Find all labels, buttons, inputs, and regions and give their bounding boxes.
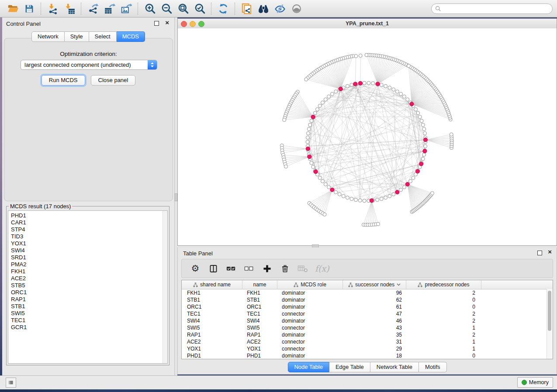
mcds-result-item[interactable]: TID3 (8, 233, 167, 240)
graph-node[interactable] (421, 123, 425, 127)
graph-node[interactable] (363, 199, 366, 203)
graph-node[interactable] (310, 161, 313, 165)
graph-node[interactable] (334, 190, 338, 194)
table-cell[interactable]: PHD1 (242, 353, 277, 359)
table-cell[interactable]: dominator (277, 304, 343, 310)
search-network-icon[interactable] (255, 1, 272, 16)
table-cell[interactable]: dominator (277, 332, 343, 338)
network-graph[interactable] (178, 28, 557, 245)
graph-dominator-node[interactable] (423, 149, 427, 153)
graph-node[interactable] (324, 98, 327, 101)
mcds-result-item[interactable]: SWI4 (8, 247, 167, 254)
delete-table-icon[interactable] (297, 263, 308, 274)
graph-node[interactable] (418, 115, 422, 119)
table-cell[interactable]: 1 (406, 339, 481, 345)
graph-dominator-node[interactable] (370, 199, 374, 203)
graph-dominator-node[interactable] (353, 82, 357, 86)
graph-node[interactable] (402, 95, 406, 98)
table-cell[interactable]: ACE2 (182, 339, 242, 345)
graph-dominator-node[interactable] (405, 182, 409, 186)
graph-node[interactable] (346, 196, 349, 199)
tab-motifs[interactable]: Motifs (419, 362, 447, 372)
table-cell[interactable]: 0 (406, 353, 481, 359)
table-cell[interactable]: ORC1 (182, 304, 242, 310)
graph-node[interactable] (321, 101, 324, 104)
graph-leaf-node[interactable] (354, 54, 358, 58)
table-cell[interactable]: 96 (343, 290, 406, 296)
column-header-shared-name[interactable]: shared name (182, 280, 242, 289)
graph-leaf-node[interactable] (359, 54, 362, 57)
mcds-result-item[interactable]: RAP1 (8, 296, 167, 303)
table-cell[interactable]: dominator (277, 290, 343, 296)
graph-leaf-node[interactable] (431, 192, 434, 195)
graph-node[interactable] (350, 197, 353, 201)
open-file-icon[interactable] (4, 1, 21, 16)
graph-node[interactable] (422, 153, 426, 156)
graph-node[interactable] (424, 144, 427, 148)
graph-node[interactable] (367, 81, 370, 85)
graph-node[interactable] (338, 193, 341, 196)
graph-node[interactable] (380, 83, 383, 86)
graph-dominator-node[interactable] (308, 155, 311, 158)
network-file-icon[interactable] (239, 1, 255, 16)
split-panel-icon[interactable] (208, 263, 219, 274)
graph-node[interactable] (388, 86, 391, 89)
table-cell[interactable]: STB1 (242, 297, 277, 303)
table-cell[interactable]: 62 (343, 297, 406, 303)
graph-node[interactable] (371, 82, 375, 85)
mcds-result-item[interactable]: TEC1 (8, 317, 167, 324)
run-mcds-button[interactable]: Run MCDS (42, 75, 85, 86)
graph-node[interactable] (422, 127, 426, 131)
table-row[interactable]: SWI4SWI4dominator462 (182, 317, 553, 324)
graph-dominator-node[interactable] (415, 169, 419, 173)
table-cell[interactable]: 2 (406, 332, 481, 338)
column-header-successor-nodes[interactable]: successor nodes (343, 280, 406, 289)
tab-network-table[interactable]: Network Table (370, 362, 419, 372)
table-cell[interactable]: SWI5 (182, 325, 242, 331)
table-cell[interactable]: TEC1 (182, 311, 242, 317)
mcds-result-item[interactable]: GCR1 (8, 324, 167, 331)
graph-node[interactable] (384, 196, 387, 199)
table-cell[interactable]: connector (277, 339, 343, 345)
table-cell[interactable]: YOX1 (242, 346, 277, 352)
graph-node[interactable] (399, 188, 403, 192)
graph-node[interactable] (414, 108, 418, 111)
float-panel-icon[interactable] (154, 21, 159, 26)
graph-dominator-node[interactable] (395, 190, 399, 194)
table-cell[interactable]: 31 (343, 339, 406, 345)
table-cell[interactable]: 47 (343, 311, 406, 317)
graph-node[interactable] (324, 182, 327, 186)
table-cell[interactable]: dominator (277, 318, 343, 324)
table-cell[interactable]: RAP1 (182, 332, 242, 338)
hide-selected-icon[interactable] (272, 1, 288, 16)
graph-node[interactable] (327, 95, 331, 98)
sort-chevron-icon[interactable] (397, 283, 401, 286)
graph-node[interactable] (384, 84, 387, 88)
graph-node[interactable] (308, 123, 312, 127)
refresh-icon[interactable] (215, 1, 232, 16)
graph-leaf-node[interactable] (450, 133, 453, 136)
function-builder-icon[interactable]: f(x) (315, 264, 329, 273)
graph-node[interactable] (416, 111, 420, 115)
scrollbar-thumb[interactable] (548, 291, 551, 331)
graph-node[interactable] (380, 197, 383, 201)
table-scrollbar[interactable] (547, 289, 553, 359)
table-row[interactable]: ACE2ACE2connector311 (182, 338, 553, 345)
graph-node[interactable] (342, 194, 345, 198)
graph-leaf-node[interactable] (284, 165, 287, 168)
mcds-result-item[interactable]: YOX1 (8, 240, 167, 247)
table-cell[interactable]: 1 (406, 325, 481, 331)
graph-dominator-node[interactable] (419, 162, 423, 166)
select-all-icon[interactable] (225, 263, 237, 274)
graph-node[interactable] (321, 179, 324, 183)
table-cell[interactable]: 35 (343, 332, 406, 338)
mcds-result-item[interactable]: PMA2 (8, 261, 167, 268)
search-input[interactable] (441, 5, 549, 12)
export-image-icon[interactable] (118, 1, 135, 16)
graph-node[interactable] (388, 194, 391, 198)
tab-select[interactable]: Select (89, 31, 117, 42)
graph-node[interactable] (330, 92, 334, 96)
import-network-icon[interactable] (45, 1, 61, 16)
graph-node[interactable] (420, 119, 423, 123)
graph-leaf-node[interactable] (407, 64, 410, 68)
